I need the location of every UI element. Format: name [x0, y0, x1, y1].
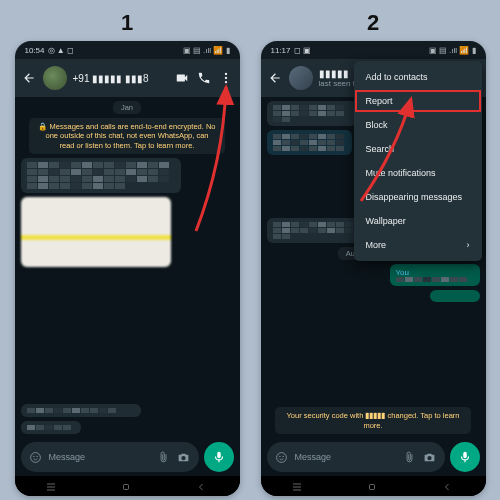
- mic-button[interactable]: [450, 442, 480, 472]
- nav-recent-icon[interactable]: [45, 481, 59, 491]
- nav-back-icon[interactable]: [441, 481, 455, 491]
- redacted-text: [273, 222, 361, 239]
- redacted-text: [273, 134, 346, 151]
- svg-point-2: [224, 81, 226, 83]
- menu-report[interactable]: Report: [354, 89, 482, 113]
- you-label: You: [396, 268, 410, 277]
- encryption-banner[interactable]: 🔒 Messages and calls are end-to-end encr…: [29, 118, 225, 154]
- message-input[interactable]: Message: [267, 442, 445, 472]
- camera-icon[interactable]: [177, 450, 191, 464]
- incoming-message[interactable]: [21, 421, 81, 434]
- svg-point-1: [224, 77, 226, 79]
- input-bar: Message: [261, 438, 486, 476]
- input-bar: Message: [15, 438, 240, 476]
- attach-icon[interactable]: [157, 450, 171, 464]
- nav-home-icon[interactable]: [120, 481, 134, 491]
- back-icon[interactable]: [21, 70, 37, 86]
- menu-add-to-contacts[interactable]: Add to contacts: [354, 65, 482, 89]
- clock: 10:54: [25, 46, 45, 55]
- android-nav: [261, 476, 486, 496]
- avatar[interactable]: [289, 66, 313, 90]
- incoming-message[interactable]: [267, 101, 357, 126]
- phone-frame-2: 11:17 ◻ ▣ ▣ ▤ .ıll 📶 ▮ ▮▮▮▮▮ last seen t…: [261, 41, 486, 496]
- status-icons-right: ▣ ▤ .ıll 📶 ▮: [429, 46, 476, 55]
- status-bar: 10:54 ◎ ▲ ◻ ▣ ▤ .ıll 📶 ▮: [15, 41, 240, 59]
- incoming-message[interactable]: [267, 218, 367, 243]
- message-placeholder: Message: [295, 452, 397, 462]
- menu-search[interactable]: Search: [354, 137, 482, 161]
- message-input[interactable]: Message: [21, 442, 199, 472]
- nav-recent-icon[interactable]: [291, 481, 305, 491]
- status-icons-right: ▣ ▤ .ıll 📶 ▮: [183, 46, 230, 55]
- menu-block[interactable]: Block: [354, 113, 482, 137]
- redacted-text: [27, 162, 175, 189]
- android-nav: [15, 476, 240, 496]
- svg-point-5: [36, 455, 37, 456]
- image-attachment[interactable]: [21, 197, 171, 267]
- clock: 11:17: [271, 46, 291, 55]
- outgoing-message[interactable]: [430, 290, 480, 302]
- svg-rect-10: [370, 485, 375, 490]
- redacted-text: [396, 277, 474, 282]
- voice-call-icon[interactable]: [196, 70, 212, 86]
- svg-rect-6: [124, 485, 129, 490]
- svg-point-7: [277, 452, 287, 462]
- svg-point-9: [282, 455, 283, 456]
- chat-title[interactable]: +91 ▮▮▮▮▮ ▮▮▮8: [73, 73, 168, 84]
- panel-label-2: 2: [367, 10, 379, 36]
- overflow-menu-icon[interactable]: [218, 70, 234, 86]
- status-icons-left: ◎ ▲ ◻: [48, 46, 74, 55]
- redacted-text: [27, 408, 135, 413]
- menu-wallpaper[interactable]: Wallpaper: [354, 209, 482, 233]
- chat-header: +91 ▮▮▮▮▮ ▮▮▮8: [15, 59, 240, 97]
- redacted-text: [27, 425, 75, 430]
- mic-button[interactable]: [204, 442, 234, 472]
- nav-home-icon[interactable]: [366, 481, 380, 491]
- outgoing-message[interactable]: You: [390, 264, 480, 286]
- redacted-text: [273, 105, 351, 122]
- video-call-icon[interactable]: [174, 70, 190, 86]
- attach-icon[interactable]: [403, 450, 417, 464]
- security-code-banner[interactable]: Your security code with ▮▮▮▮▮ changed. T…: [275, 407, 471, 434]
- incoming-message[interactable]: [267, 130, 352, 155]
- incoming-message[interactable]: [21, 158, 181, 193]
- status-bar: 11:17 ◻ ▣ ▣ ▤ .ıll 📶 ▮: [261, 41, 486, 59]
- back-icon[interactable]: [267, 70, 283, 86]
- emoji-icon[interactable]: [275, 450, 289, 464]
- emoji-icon[interactable]: [29, 450, 43, 464]
- chevron-right-icon: ›: [467, 240, 470, 250]
- date-chip: Jan: [113, 101, 141, 114]
- panel-label-1: 1: [121, 10, 133, 36]
- status-icons-left: ◻ ▣: [294, 46, 311, 55]
- svg-point-4: [33, 455, 34, 456]
- camera-icon[interactable]: [423, 450, 437, 464]
- svg-point-0: [224, 73, 226, 75]
- chat-area[interactable]: Jan 🔒 Messages and calls are end-to-end …: [15, 97, 240, 438]
- incoming-message[interactable]: [21, 404, 141, 417]
- svg-point-3: [31, 452, 41, 462]
- avatar[interactable]: [43, 66, 67, 90]
- nav-back-icon[interactable]: [195, 481, 209, 491]
- overflow-menu: Add to contacts Report Block Search Mute…: [354, 61, 482, 261]
- menu-disappearing-messages[interactable]: Disappearing messages: [354, 185, 482, 209]
- message-placeholder: Message: [49, 452, 151, 462]
- menu-more[interactable]: More ›: [354, 233, 482, 257]
- phone-frame-1: 10:54 ◎ ▲ ◻ ▣ ▤ .ıll 📶 ▮ +91 ▮▮▮▮▮ ▮▮▮8: [15, 41, 240, 496]
- menu-mute-notifications[interactable]: Mute notifications: [354, 161, 482, 185]
- svg-point-8: [279, 455, 280, 456]
